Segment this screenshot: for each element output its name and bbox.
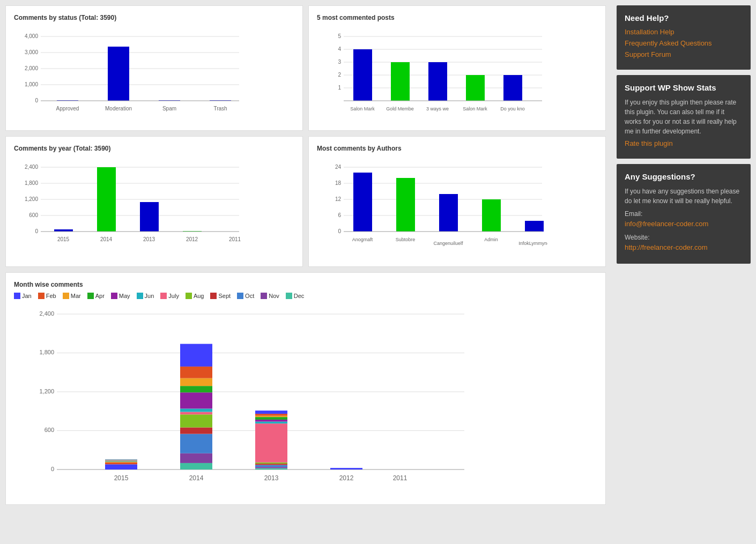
svg-text:1,800: 1,800 <box>39 349 54 355</box>
svg-rect-108 <box>180 434 212 453</box>
svg-rect-51 <box>54 229 73 232</box>
svg-rect-33 <box>466 75 485 101</box>
legend-color-mar <box>63 293 69 299</box>
email-prefix: Email: <box>625 210 642 218</box>
svg-text:1,200: 1,200 <box>25 196 38 202</box>
svg-rect-53 <box>140 202 159 232</box>
legend-color-apr <box>87 293 94 299</box>
svg-text:0: 0 <box>338 228 341 234</box>
svg-rect-94 <box>105 464 137 470</box>
chart-title-year: Comments by year (Total: 3590) <box>14 145 294 152</box>
svg-text:3,000: 3,000 <box>25 49 38 55</box>
svg-text:1: 1 <box>338 85 341 91</box>
legend-jun: Jun <box>137 293 154 299</box>
svg-text:2013: 2013 <box>143 236 155 242</box>
svg-text:Anogmaft: Anogmaft <box>352 237 373 242</box>
legend-label-may: May <box>119 293 130 299</box>
svg-text:2,000: 2,000 <box>25 65 38 71</box>
rate-plugin-link[interactable]: Rate this plugin <box>625 139 743 147</box>
svg-rect-34 <box>503 75 522 101</box>
legend-dec: Dec <box>286 293 305 299</box>
website-prefix: Website: <box>625 234 649 241</box>
svg-text:2011: 2011 <box>229 236 241 242</box>
legend-aug: Aug <box>186 293 204 299</box>
faq-link[interactable]: Frequently Asked Questions <box>625 39 743 47</box>
svg-rect-119 <box>255 467 287 468</box>
svg-text:1,800: 1,800 <box>25 180 38 186</box>
svg-text:2015: 2015 <box>57 236 70 242</box>
svg-text:3 ways we: 3 ways we <box>426 106 449 111</box>
svg-rect-96 <box>105 462 137 463</box>
comments-by-authors-chart: Most comments by Authors 24 18 12 6 0 <box>308 136 606 267</box>
legend-feb: Feb <box>38 293 56 299</box>
svg-text:2014: 2014 <box>189 474 204 482</box>
legend-label-sept: Sept <box>218 293 231 299</box>
legend-label-oct: Oct <box>245 293 254 299</box>
svg-text:2,400: 2,400 <box>39 310 54 317</box>
svg-rect-110 <box>180 414 212 427</box>
svg-text:InfokLymmync: InfokLymmync <box>518 241 547 246</box>
svg-text:12: 12 <box>335 196 342 202</box>
svg-rect-106 <box>180 463 212 470</box>
legend-label-jun: Jun <box>145 293 154 299</box>
svg-rect-109 <box>180 427 212 434</box>
svg-rect-99 <box>105 461 137 461</box>
svg-rect-121 <box>255 464 287 465</box>
svg-rect-95 <box>105 463 137 465</box>
legend-label-nov: Nov <box>269 293 279 299</box>
month-wise-chart: Month wise comments Jan Feb Mar Apr <box>5 272 606 505</box>
svg-rect-75 <box>482 199 501 232</box>
svg-rect-111 <box>180 412 212 414</box>
authors-svg: 24 18 12 6 0 Anogmaft <box>317 157 547 258</box>
svg-rect-122 <box>255 463 287 464</box>
svg-text:0: 0 <box>51 466 54 472</box>
svg-text:2011: 2011 <box>393 474 407 482</box>
svg-rect-102 <box>105 460 137 460</box>
svg-text:Admin: Admin <box>484 237 498 242</box>
svg-rect-123 <box>255 423 287 463</box>
svg-text:1,000: 1,000 <box>25 81 38 87</box>
legend-mar: Mar <box>63 293 81 299</box>
svg-rect-11 <box>108 47 129 101</box>
svg-rect-128 <box>255 414 287 416</box>
chart-legend: Jan Feb Mar Apr May <box>14 293 597 299</box>
support-title: Support WP Show Stats <box>625 83 743 92</box>
svg-rect-31 <box>391 62 410 101</box>
need-help-title: Need Help? <box>625 13 743 23</box>
svg-rect-98 <box>105 461 137 461</box>
svg-rect-117 <box>180 344 212 367</box>
svg-text:Moderation: Moderation <box>105 106 132 111</box>
suggestions-text: If you have any suggestions then please … <box>625 187 743 206</box>
legend-color-jan <box>14 293 20 299</box>
legend-july: July <box>160 293 179 299</box>
svg-text:Salon Mark: Salon Mark <box>463 106 487 111</box>
legend-label-feb: Feb <box>46 293 56 299</box>
svg-rect-74 <box>439 194 458 232</box>
chart-title-most-commented: 5 most commented posts <box>317 14 597 21</box>
legend-color-aug <box>186 293 192 299</box>
installation-help-link[interactable]: Installation Help <box>625 28 743 36</box>
legend-label-july: July <box>168 293 179 299</box>
support-forum-link[interactable]: Support Forum <box>625 50 743 58</box>
svg-rect-130 <box>330 468 362 470</box>
svg-rect-112 <box>180 408 212 412</box>
svg-text:2012: 2012 <box>186 236 198 242</box>
svg-rect-124 <box>255 422 287 424</box>
legend-nov: Nov <box>261 293 279 299</box>
svg-rect-101 <box>105 460 137 461</box>
comments-by-year-chart: Comments by year (Total: 3590) 2,400 1,8… <box>5 136 303 267</box>
svg-rect-116 <box>180 367 212 378</box>
legend-color-may <box>111 293 117 299</box>
svg-text:6: 6 <box>338 212 341 218</box>
svg-text:4,000: 4,000 <box>25 33 38 39</box>
need-help-widget: Need Help? Installation Help Frequently … <box>617 5 751 70</box>
website-link[interactable]: http://freelancer-coder.com <box>625 242 743 253</box>
svg-rect-52 <box>97 167 116 232</box>
svg-text:2014: 2014 <box>100 236 113 242</box>
sidebar: Need Help? Installation Help Frequently … <box>611 0 756 510</box>
svg-text:2: 2 <box>338 72 341 78</box>
email-link[interactable]: info@freelancer-coder.com <box>625 219 743 229</box>
email-line: Email: info@freelancer-coder.com <box>625 209 743 229</box>
svg-rect-100 <box>105 460 137 461</box>
svg-rect-125 <box>255 420 287 422</box>
